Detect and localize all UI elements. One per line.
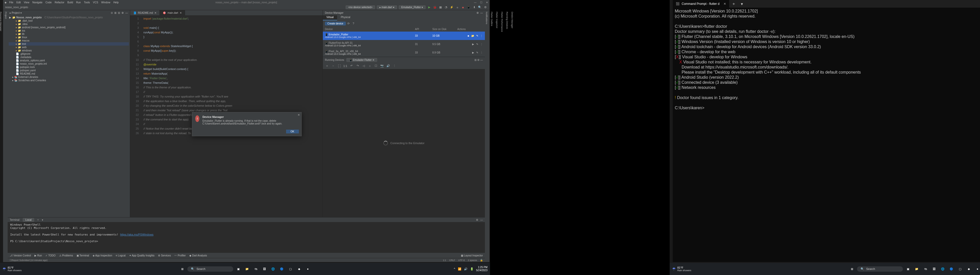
tree-node[interactable]: ▸ 📁 test — [9, 42, 129, 46]
tab-readme[interactable]: 📘 README.md ✕ — [130, 10, 160, 15]
tree-node[interactable]: ▸ 📁 ios — [9, 29, 129, 32]
edge-icon[interactable]: 🌐 — [269, 266, 277, 272]
menu-file[interactable]: File — [9, 1, 13, 4]
edit-device-icon[interactable]: ✎ — [476, 43, 478, 46]
menu-refactor[interactable]: Refactor — [55, 1, 64, 4]
project-tool-button[interactable]: Project — [5, 12, 7, 261]
stop-icon[interactable]: ■ — [461, 5, 465, 9]
explorer-icon[interactable]: 📁 — [243, 266, 251, 272]
terminal-gear-icon[interactable]: ⚙ — [476, 218, 478, 221]
search-everywhere-icon[interactable]: 🔍 — [478, 5, 482, 9]
tree-node[interactable]: ▸ 📁 .dart_tool — [9, 19, 129, 22]
flutter-performance-tool-button[interactable]: Flutter Performance — [501, 12, 503, 261]
tree-node[interactable]: ▸ 📁 windows — [9, 49, 129, 52]
tree-node[interactable]: ▸ 📁 linux — [9, 36, 129, 39]
collapse-all-icon[interactable]: ⊟ — [118, 11, 120, 14]
terminal-icon[interactable]: ▢ — [956, 266, 964, 272]
terminal-session-combo[interactable]: Local — [23, 218, 35, 222]
attach-icon[interactable]: ⎆ — [455, 5, 460, 9]
hot-reload-icon[interactable]: ⚡ — [450, 5, 454, 9]
tool-profiler[interactable]: 〰 Profiler — [174, 254, 186, 257]
more-icon[interactable]: ⋮ — [392, 64, 396, 68]
photos-icon[interactable]: 🖼 — [931, 266, 938, 272]
tree-node[interactable]: ▸ 📁 web — [9, 46, 129, 49]
edit-device-icon[interactable]: ✎ — [476, 34, 478, 37]
cmd-output[interactable]: Microsoft Windows [Version 10.0.22621.17… — [673, 8, 980, 112]
dialog-ok-button[interactable]: OK — [286, 130, 299, 133]
tool-dart-analysis[interactable]: ◆ Dart Analysis — [189, 254, 207, 257]
chrome-icon[interactable]: 🔵 — [278, 266, 285, 272]
edit-device-icon[interactable]: ✎ — [476, 51, 478, 54]
device-manager-tool-button[interactable]: Device Manager — [511, 12, 514, 261]
tree-node[interactable]: 📄 .gitignore — [9, 52, 129, 55]
coverage-icon[interactable]: ▦ — [438, 5, 442, 9]
stop-device-icon[interactable]: ■ — [468, 34, 469, 37]
device-row[interactable]: 📱 FlutterFirst 4a API 31Android 12.0 Goo… — [323, 40, 485, 48]
terminal-icon[interactable]: ▢ — [287, 266, 294, 272]
indent-setting[interactable]: 2 spaces — [468, 259, 477, 261]
taskbar-search[interactable]: 🔍 Search — [857, 266, 903, 272]
tree-node[interactable]: 📄 .metadata — [9, 55, 129, 59]
close-icon[interactable]: ✕ — [486, 1, 488, 4]
new-tab-icon[interactable]: ＋ — [729, 1, 738, 6]
running-devices-tool-button[interactable]: Running Devices — [506, 12, 508, 261]
photos-icon[interactable]: 🖼 — [261, 266, 268, 272]
expand-all-icon[interactable]: ⊞ — [115, 11, 116, 14]
settings-icon[interactable]: ⚙ — [484, 5, 487, 9]
tool-problems[interactable]: ⚠ Problems — [59, 254, 73, 257]
menu-tools[interactable]: Tools — [84, 1, 90, 4]
edge-icon[interactable]: 🌐 — [939, 266, 946, 272]
tree-node[interactable]: 📄 nosso_novo_projeto.iml — [9, 62, 129, 65]
app-icon[interactable]: ● — [304, 266, 311, 272]
refresh-devices-icon[interactable]: ⟳ — [347, 22, 351, 26]
back-icon[interactable]: ◁ — [362, 64, 366, 68]
zoom-fit-icon[interactable]: ⛶ — [337, 64, 341, 68]
file-encoding[interactable]: UTF-8 — [458, 259, 465, 261]
battery-icon[interactable]: 🔋 — [470, 267, 474, 271]
project-tree[interactable]: ▶📁Nosso_novo_projeto C:\Users\karen\Stud… — [8, 15, 130, 217]
tree-node[interactable]: ▸ 📁 macos — [9, 39, 129, 42]
flutter-device-combo[interactable]: Emulador_Flutter ▾ — [399, 5, 426, 9]
tab-close-icon[interactable]: ✕ — [724, 2, 726, 6]
sdk-manager-icon[interactable]: ⬇ — [472, 5, 476, 9]
select-opened-file-icon[interactable]: ⊙ — [111, 11, 113, 14]
wifi-icon[interactable]: 📶 — [458, 267, 461, 271]
start-icon[interactable]: ⊞ — [179, 266, 186, 272]
chrome-icon[interactable]: 🔵 — [948, 266, 955, 272]
device-row[interactable]: 📱 Emulador_FlutterAndroid 13.0 Google AP… — [323, 32, 485, 40]
debug-icon[interactable]: 🐞 — [433, 5, 437, 9]
tool-todo[interactable]: ✓ TODO — [45, 254, 56, 257]
menu-navigate[interactable]: Navigate — [32, 1, 42, 4]
device-menu-icon[interactable]: ⋮ — [480, 51, 483, 54]
start-icon[interactable]: ⊞ — [848, 266, 856, 272]
running-device-combo[interactable]: 📱 Emulador Flutter ✕ — [346, 58, 377, 62]
tool-app-inspection[interactable]: ◈ App Inspection — [93, 254, 112, 257]
overview-icon[interactable]: ☐ — [374, 64, 378, 68]
clock[interactable]: 1:25 PM5/24/2023 — [476, 266, 488, 272]
maximize-icon[interactable]: ☐ — [480, 1, 482, 4]
line-separator[interactable]: CRLF — [449, 259, 455, 261]
tool-terminal[interactable]: ▣ Terminal — [76, 254, 89, 257]
terminal-hide-icon[interactable]: — — [480, 218, 483, 221]
zoom-in-icon[interactable]: ＋ — [325, 64, 329, 68]
terminal-output[interactable]: Windows PowerShellCopyright (C) Microsof… — [8, 222, 485, 253]
minimize-icon[interactable]: — — [474, 1, 476, 4]
android-studio-icon[interactable]: ◆ — [296, 266, 303, 272]
device-row[interactable]: 📱 Pixel_3a_API_33_x86_64Android 13.0 Goo… — [323, 48, 485, 57]
tree-node[interactable]: 📄 pubspec.yaml — [9, 69, 129, 72]
tree-node[interactable]: ▸ 📁 .idea — [9, 22, 129, 26]
tool-logcat[interactable]: ≡ Logcat — [116, 254, 126, 257]
menu-run[interactable]: Run — [76, 1, 81, 4]
screenshot-icon[interactable]: 📷 — [380, 64, 384, 68]
tree-node[interactable]: 📄 pubspec.lock — [9, 65, 129, 69]
project-view-combo[interactable]: ▸ Project ▾ — [10, 11, 22, 14]
tool-layout-inspector[interactable]: ▦ Layout Inspector — [461, 254, 483, 257]
zoom-out-icon[interactable]: － — [331, 64, 335, 68]
open-folder-icon[interactable]: 📁 — [471, 34, 474, 37]
tree-node[interactable]: ▸ 📁 android [nosso_novo_projeto_android] — [9, 26, 129, 29]
tool-run[interactable]: ▶ Run — [35, 254, 42, 257]
menu-view[interactable]: View — [24, 1, 29, 4]
resource-manager-tool-button[interactable]: Resource Manager — [0, 12, 2, 261]
panel-hide-icon[interactable]: — — [480, 11, 483, 14]
run-config-combo[interactable]: ▸ main.dart ▾ — [377, 5, 397, 9]
